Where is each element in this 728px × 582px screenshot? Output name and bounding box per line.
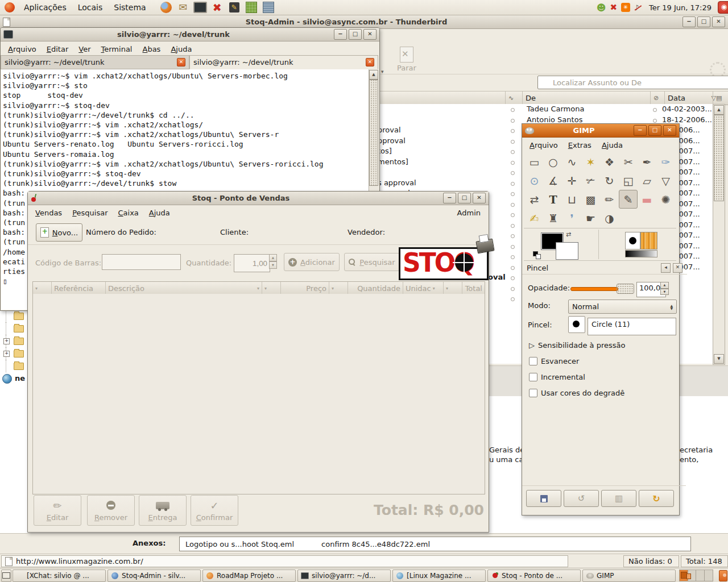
task-thunderbird[interactable]: Stoq-Admin - silv... — [107, 569, 201, 582]
show-desktop-button[interactable] — [1, 569, 11, 582]
read-indicator-icon[interactable] — [511, 129, 515, 133]
gradient-tool[interactable]: ▩ — [581, 190, 600, 209]
folder-row[interactable]: + — [0, 347, 27, 360]
clone-tool[interactable]: ♜ — [544, 209, 562, 227]
folder-row[interactable] — [0, 322, 27, 335]
junk-indicator-icon[interactable] — [653, 119, 657, 123]
scroll-down-button[interactable]: ▼ — [714, 354, 724, 364]
quit-button[interactable]: ◉ — [718, 1, 728, 14]
pencil-tool[interactable]: ✏ — [600, 190, 619, 209]
bucket-fill-tool[interactable]: ⊔ — [562, 190, 581, 209]
opacity-slider-handle[interactable] — [617, 284, 634, 294]
junk-indicator-icon[interactable] — [653, 108, 657, 112]
search-input[interactable] — [537, 76, 728, 89]
new-order-button[interactable]: Novo... — [36, 223, 82, 242]
minimize-button[interactable]: − — [682, 16, 696, 27]
rotate-tool[interactable]: ↻ — [600, 171, 619, 190]
items-list-empty[interactable] — [32, 294, 485, 494]
menu-item[interactable]: Editar — [42, 43, 74, 55]
menu-item[interactable]: Arquivo — [3, 43, 42, 55]
maillist-scrollbar[interactable]: ▲ ▼ — [713, 104, 725, 365]
panel-menu[interactable]: Sistema — [108, 2, 151, 13]
terminal-tab[interactable]: silvio@yarrr: ~/devel/trunk ✕ — [189, 55, 378, 69]
scissors-tool[interactable]: ✂ — [619, 152, 638, 171]
reset-options-button[interactable]: ↻ — [639, 490, 674, 507]
smudge-tool[interactable]: ☛ — [581, 209, 600, 227]
menu-ajuda[interactable]: Ajuda — [144, 207, 175, 219]
ellipse-select-tool[interactable]: ○ — [544, 152, 562, 171]
folder-row[interactable] — [0, 310, 27, 322]
editor-launcher[interactable]: ✎ — [228, 1, 241, 14]
column-descricao[interactable]: Descrição▾ — [106, 282, 262, 294]
free-select-tool[interactable]: ∿ — [562, 152, 581, 171]
column-unidade[interactable]: Unidac▾ — [403, 282, 444, 294]
dock-close-icon[interactable]: ✕ — [673, 263, 682, 273]
date-column-header[interactable]: Data ▽ — [664, 92, 719, 104]
expand-icon[interactable]: + — [3, 351, 10, 357]
from-column-header[interactable]: De — [522, 92, 656, 104]
move-tool[interactable]: ✛ — [562, 171, 581, 190]
attachment-file[interactable]: confirm 8c45...e48dc722.eml — [321, 540, 430, 548]
read-indicator-icon[interactable] — [511, 255, 515, 259]
maximize-button[interactable]: □ — [458, 193, 471, 203]
crop-tool[interactable]: ✃ — [581, 171, 600, 190]
read-indicator-icon[interactable] — [511, 140, 515, 144]
menu-caixa[interactable]: Caixa — [113, 207, 143, 219]
paintbrush-tool[interactable]: ✎ — [619, 190, 638, 209]
mail-launcher[interactable]: ✉ — [176, 1, 190, 14]
zoom-tool[interactable]: ⊙ — [525, 171, 544, 190]
expand-icon[interactable]: + — [3, 338, 10, 344]
read-indicator-icon[interactable] — [511, 203, 515, 207]
news-account-row[interactable]: ne — [0, 372, 27, 385]
column-preco[interactable]: Preço — [281, 282, 329, 294]
gimp-titlebar[interactable]: GIMP − □ ✕ — [522, 124, 679, 138]
firefox-launcher[interactable] — [159, 1, 173, 14]
text-tool[interactable]: T — [544, 190, 562, 209]
airbrush-tool[interactable]: ✺ — [656, 190, 675, 209]
panel-menu[interactable]: Aplicações — [18, 2, 72, 13]
sort-column[interactable]: ▾ — [33, 282, 52, 294]
pattern-preview[interactable] — [640, 232, 657, 250]
read-indicator-icon[interactable] — [511, 108, 515, 112]
task-terminal[interactable]: silvio@yarrr: ~/d... — [297, 569, 391, 582]
attachment-file[interactable]: Logotipo ou s...hoot Stoq.eml — [185, 540, 294, 548]
read-indicator-icon[interactable] — [511, 192, 515, 196]
minimize-button[interactable]: − — [334, 29, 347, 40]
fade-checkbox-row[interactable]: Esvanecer — [529, 357, 579, 365]
oowriter-launcher[interactable] — [262, 1, 275, 14]
column-total[interactable]: Total — [462, 282, 485, 294]
scroll-up-button[interactable]: ▲ — [369, 70, 378, 80]
volume-muted-icon[interactable]: ♪ — [634, 3, 643, 12]
color-picker-tool[interactable]: ✑ — [656, 152, 675, 171]
task-linuxmagazine[interactable]: [Linux Magazine ... — [392, 569, 486, 582]
delete-options-button[interactable]: ▥ — [601, 490, 636, 507]
workspace-4[interactable] — [705, 570, 713, 581]
minimize-button[interactable]: − — [634, 125, 647, 136]
user-switcher-icon[interactable]: ☻ — [597, 2, 606, 13]
scrollbar-thumb[interactable] — [369, 80, 378, 186]
read-indicator-icon[interactable] — [511, 119, 515, 123]
maximize-button[interactable]: □ — [349, 29, 362, 40]
scale-tool[interactable]: ◱ — [619, 171, 638, 190]
clock[interactable]: Ter 19 Jun, 17:29 — [647, 3, 714, 12]
close-button[interactable]: ✕ — [473, 193, 486, 203]
fuzzy-select-tool[interactable]: ✶ — [581, 152, 600, 171]
sort-column[interactable]: ▾ — [444, 282, 462, 294]
blur-tool[interactable]: ❜ — [562, 209, 581, 227]
tab-close-icon[interactable]: ✕ — [177, 58, 185, 66]
scroll-up-button[interactable]: ▲ — [714, 105, 724, 115]
close-button[interactable]: ✕ — [712, 16, 725, 27]
pressure-expander[interactable]: ▷ Sensibilidade à pressão — [529, 341, 625, 350]
task-roadmap[interactable]: RoadMap Projeto ... — [202, 569, 296, 582]
brush-well[interactable] — [568, 316, 585, 333]
menu-vendas[interactable]: Vendas — [30, 207, 67, 219]
dodge-burn-tool[interactable]: ◑ — [600, 209, 619, 227]
terminal-launcher[interactable] — [193, 1, 207, 14]
shear-tool[interactable]: ▱ — [638, 171, 656, 190]
close-button[interactable]: ✕ — [663, 125, 676, 136]
read-indicator-icon[interactable] — [511, 182, 515, 186]
gradient-checkbox-row[interactable]: Usar cores do degradê — [529, 389, 624, 397]
menu-item[interactable]: Extras — [563, 139, 597, 151]
checkbox[interactable] — [529, 357, 537, 365]
perspective-tool[interactable]: ▽ — [656, 171, 675, 190]
